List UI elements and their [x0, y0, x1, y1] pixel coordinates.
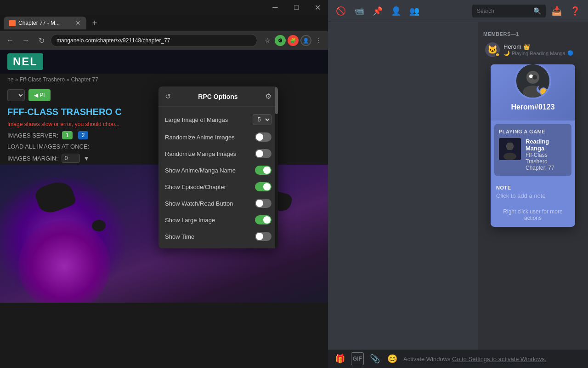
playing-label: PLAYING A GAME [499, 129, 567, 134]
member-item[interactable]: 🐱 Herom 👑 🌙 Playing Reading Manga 🔵 [483, 40, 582, 59]
gift-icon[interactable]: 🎁 [334, 352, 346, 365]
member-name: Herom 👑 [503, 43, 581, 50]
svg-point-9 [503, 153, 516, 160]
rpc-title: RPC Options [198, 93, 237, 100]
extension-rpc-icon[interactable]: ⚙ [275, 35, 286, 46]
rpc-large-image-select[interactable]: 51234 [253, 114, 271, 125]
reload-button[interactable]: ↻ [35, 34, 48, 47]
minimize-button[interactable]: ─ [265, 0, 286, 15]
rpc-randomize-manga-toggle[interactable] [255, 149, 271, 158]
scrollbar-track [275, 86, 278, 248]
active-tab[interactable]: Chapter 77 - M... ✕ [4, 17, 86, 29]
site-header: NEL [0, 50, 328, 74]
rpc-settings-button[interactable]: ⚙ [265, 92, 271, 101]
tab-bar: Chapter 77 - M... ✕ + [0, 15, 328, 31]
server1-button[interactable]: 1 [62, 131, 73, 139]
forward-button[interactable]: → [19, 34, 32, 47]
discord-add-member-icon[interactable]: 👤 [389, 4, 403, 18]
logo-text: NEL [13, 55, 38, 68]
back-button[interactable]: ← [4, 34, 17, 47]
margin-input[interactable] [62, 154, 80, 163]
rpc-show-episode-label: Show Episode/Chapter [165, 184, 226, 190]
server2-button[interactable]: 2 [78, 131, 89, 139]
svg-rect-10 [507, 143, 513, 150]
svg-point-4 [532, 75, 537, 80]
rpc-randomize-anime-toggle[interactable] [255, 132, 271, 142]
rpc-show-episode-toggle[interactable] [255, 182, 271, 191]
tab-close-button[interactable]: ✕ [75, 19, 81, 27]
members-header: MEMBERS—1 [483, 28, 582, 40]
member-activity: 🌙 Playing Reading Manga 🔵 [503, 50, 581, 56]
discord-camera-mute-icon[interactable]: 🚫 [334, 4, 348, 18]
address-bar-row: ← → ↻ manganelo.com/chapter/xv921148/cha… [0, 31, 328, 50]
discord-video-icon[interactable]: 📹 [352, 4, 367, 18]
breadcrumb-text: ne » Fff-Class Trashero » Chapter 77 [7, 76, 98, 83]
extension-avatar-icon[interactable]: 👤 [300, 35, 311, 46]
discord-search-text: Search [477, 8, 531, 14]
rpc-options-popup: ↺ RPC Options ⚙ Large Image of Mangas 51… [158, 86, 278, 248]
profile-username: Herom#0123 [511, 99, 554, 113]
rpc-show-time-toggle[interactable] [255, 232, 271, 241]
maximize-button[interactable]: □ [286, 0, 307, 15]
rpc-show-name-label: Show Anime/Manga Name [165, 167, 236, 174]
toolbar-icons: ☆ ⚙ 🧩 👤 ⋮ [262, 35, 324, 46]
rpc-show-name-toggle[interactable] [255, 166, 271, 175]
new-tab-button[interactable]: + [88, 17, 101, 29]
server-label: IMAGES SERVER: [7, 132, 58, 139]
window-titlebar: ─ □ ✕ [0, 0, 328, 15]
tab-label: Chapter 77 - M... [18, 20, 73, 26]
rpc-show-button-label: Show Watch/Read Button [165, 200, 233, 207]
load-all-label: LOAD ALL IMAGES AT ONCE: [7, 143, 89, 150]
discord-pin-icon[interactable]: 📌 [370, 4, 385, 18]
url-text: manganelo.com/chapter/xv921148/chapter_7… [57, 37, 251, 44]
sticker-icon[interactable]: 📎 [368, 352, 381, 365]
discord-members-icon[interactable]: 👥 [407, 4, 422, 18]
member-avatar-wrap: 🐱 [485, 42, 500, 57]
extension-puzzle-icon[interactable]: 🧩 [288, 35, 299, 46]
address-bar[interactable]: manganelo.com/chapter/xv921148/chapter_7… [51, 34, 257, 47]
prev-chapter-button[interactable]: ◀ PI [28, 89, 51, 101]
rpc-show-button-toggle[interactable] [255, 199, 271, 208]
rpc-show-large-image-label: Show Large Image [165, 217, 215, 224]
rpc-back-button[interactable]: ↺ [165, 92, 171, 101]
profile-banner: 🌙 Herom#0123 [491, 64, 575, 121]
rpc-row-large-image: Large Image of Mangas 51234 [158, 110, 278, 129]
note-input[interactable]: Click to add a note [496, 192, 570, 199]
nitro-icon: 🌙 [503, 50, 510, 56]
game-thumbnail [499, 138, 521, 160]
bookmark-icon[interactable]: ☆ [262, 35, 273, 46]
note-label: NOTE [496, 185, 570, 190]
activate-windows-text: Activate Windows Go to Settings to activ… [403, 356, 546, 362]
svg-point-3 [529, 75, 533, 78]
close-button[interactable]: ✕ [307, 0, 328, 15]
gif-icon[interactable]: GIF [351, 352, 364, 365]
rpc-row-randomize-anime: Randomize Anime Images [158, 129, 278, 145]
profile-footer: Right click user for more actions [491, 205, 575, 227]
window-controls: ─ □ ✕ [265, 0, 328, 15]
discord-search-icon: 🔍 [533, 7, 541, 15]
scrollbar-thumb[interactable] [275, 86, 278, 114]
rpc-body: Large Image of Mangas 51234 Randomize An… [158, 107, 278, 248]
nitro-badge: 🔵 [567, 50, 574, 56]
rpc-row-show-episode: Show Episode/Chapter [158, 178, 278, 195]
discord-search-bar[interactable]: Search 🔍 [472, 5, 546, 17]
rpc-randomize-anime-label: Randomize Anime Images [165, 134, 235, 141]
activate-link[interactable]: Go to Settings to activate Windows. [452, 356, 546, 362]
discord-help-icon[interactable]: ❓ [568, 4, 582, 18]
game-title: Reading Manga [526, 138, 567, 152]
member-info: Herom 👑 🌙 Playing Reading Manga 🔵 [503, 43, 581, 56]
rpc-randomize-manga-label: Randomize Manga Images [165, 150, 236, 157]
profile-activity-section: PLAYING A GAME [494, 124, 571, 176]
discord-inbox-icon[interactable]: 📥 [549, 4, 564, 18]
rpc-large-image-label: Large Image of Mangas [165, 116, 228, 123]
margin-label: IMAGES MARGIN: [7, 155, 58, 162]
menu-icon[interactable]: ⋮ [313, 35, 324, 46]
rpc-row-show-name: Show Anime/Manga Name [158, 162, 278, 178]
chapter-select[interactable] [7, 89, 25, 101]
emoji-icon[interactable]: 😊 [386, 352, 399, 365]
rpc-row-show-time: Show Time [158, 228, 278, 245]
profile-avatar: 🌙 [514, 64, 551, 99]
tab-favicon [9, 20, 16, 26]
game-subtitle: Fff-Class Trashero [526, 152, 567, 165]
rpc-show-large-image-toggle[interactable] [255, 215, 271, 224]
